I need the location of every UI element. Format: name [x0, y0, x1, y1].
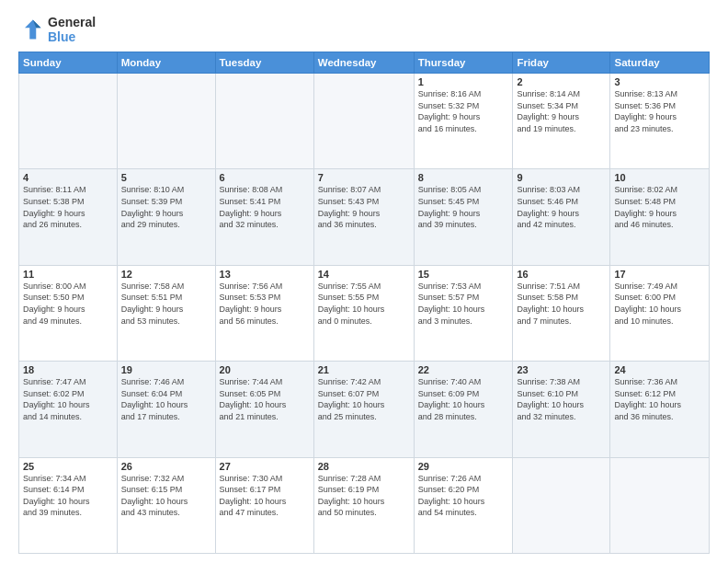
weekday-header-wednesday: Wednesday: [313, 52, 414, 74]
calendar-cell: 9Sunrise: 8:03 AM Sunset: 5:46 PM Daylig…: [513, 169, 610, 265]
calendar-cell: 14Sunrise: 7:55 AM Sunset: 5:55 PM Dayli…: [313, 265, 414, 361]
day-info: Sunrise: 7:34 AM Sunset: 6:14 PM Dayligh…: [23, 473, 113, 519]
day-info: Sunrise: 7:30 AM Sunset: 6:17 PM Dayligh…: [220, 473, 310, 519]
day-info: Sunrise: 7:42 AM Sunset: 6:07 PM Dayligh…: [318, 376, 410, 422]
calendar-cell: 15Sunrise: 7:53 AM Sunset: 5:57 PM Dayli…: [414, 265, 513, 361]
day-info: Sunrise: 7:47 AM Sunset: 6:02 PM Dayligh…: [23, 376, 113, 422]
calendar-cell: 16Sunrise: 7:51 AM Sunset: 5:58 PM Dayli…: [513, 265, 610, 361]
calendar-cell: 10Sunrise: 8:02 AM Sunset: 5:48 PM Dayli…: [610, 169, 710, 265]
logo: General Blue: [18, 15, 96, 44]
day-number: 7: [318, 172, 410, 183]
day-number: 23: [517, 364, 606, 375]
day-info: Sunrise: 8:11 AM Sunset: 5:38 PM Dayligh…: [23, 184, 113, 230]
calendar-cell: 3Sunrise: 8:13 AM Sunset: 5:36 PM Daylig…: [610, 74, 710, 169]
calendar-cell: 6Sunrise: 8:08 AM Sunset: 5:41 PM Daylig…: [215, 169, 313, 265]
day-info: Sunrise: 7:49 AM Sunset: 6:00 PM Dayligh…: [614, 281, 705, 327]
calendar-cell: 12Sunrise: 7:58 AM Sunset: 5:51 PM Dayli…: [117, 265, 215, 361]
day-info: Sunrise: 8:10 AM Sunset: 5:39 PM Dayligh…: [121, 184, 211, 230]
day-number: 5: [121, 172, 211, 183]
day-number: 18: [23, 364, 113, 375]
weekday-header-thursday: Thursday: [414, 52, 513, 74]
calendar-cell: 26Sunrise: 7:32 AM Sunset: 6:15 PM Dayli…: [117, 457, 215, 553]
day-number: 2: [517, 76, 606, 87]
calendar-cell: [215, 74, 313, 169]
calendar-cell: 20Sunrise: 7:44 AM Sunset: 6:05 PM Dayli…: [215, 362, 313, 457]
day-number: 9: [517, 172, 606, 183]
calendar-header-row: SundayMondayTuesdayWednesdayThursdayFrid…: [19, 52, 710, 74]
svg-marker-0: [25, 20, 41, 40]
calendar-cell: 28Sunrise: 7:28 AM Sunset: 6:19 PM Dayli…: [313, 457, 414, 553]
day-info: Sunrise: 7:38 AM Sunset: 6:10 PM Dayligh…: [517, 376, 606, 422]
day-number: 28: [318, 461, 410, 472]
day-number: 24: [614, 364, 705, 375]
calendar-cell: [513, 457, 610, 553]
day-info: Sunrise: 7:53 AM Sunset: 5:57 PM Dayligh…: [418, 281, 509, 327]
calendar-cell: [117, 74, 215, 169]
day-info: Sunrise: 7:51 AM Sunset: 5:58 PM Dayligh…: [517, 281, 606, 327]
calendar-cell: 29Sunrise: 7:26 AM Sunset: 6:20 PM Dayli…: [414, 457, 513, 553]
calendar-cell: 11Sunrise: 8:00 AM Sunset: 5:50 PM Dayli…: [19, 265, 118, 361]
calendar-table: SundayMondayTuesdayWednesdayThursdayFrid…: [18, 52, 710, 554]
weekday-header-monday: Monday: [117, 52, 215, 74]
day-number: 13: [220, 269, 310, 280]
day-number: 6: [220, 172, 310, 183]
day-number: 1: [418, 76, 509, 87]
calendar-cell: 13Sunrise: 7:56 AM Sunset: 5:53 PM Dayli…: [215, 265, 313, 361]
calendar-week-row: 11Sunrise: 8:00 AM Sunset: 5:50 PM Dayli…: [19, 265, 710, 361]
day-number: 26: [121, 461, 211, 472]
day-info: Sunrise: 7:28 AM Sunset: 6:19 PM Dayligh…: [318, 473, 410, 519]
day-number: 21: [318, 364, 410, 375]
day-info: Sunrise: 8:16 AM Sunset: 5:32 PM Dayligh…: [418, 88, 509, 134]
day-info: Sunrise: 7:55 AM Sunset: 5:55 PM Dayligh…: [318, 281, 410, 327]
calendar-cell: 2Sunrise: 8:14 AM Sunset: 5:34 PM Daylig…: [513, 74, 610, 169]
calendar-cell: 22Sunrise: 7:40 AM Sunset: 6:09 PM Dayli…: [414, 362, 513, 457]
day-info: Sunrise: 7:36 AM Sunset: 6:12 PM Dayligh…: [614, 376, 705, 422]
header: General Blue: [18, 15, 710, 44]
calendar-cell: 23Sunrise: 7:38 AM Sunset: 6:10 PM Dayli…: [513, 362, 610, 457]
day-number: 20: [220, 364, 310, 375]
calendar-cell: 21Sunrise: 7:42 AM Sunset: 6:07 PM Dayli…: [313, 362, 414, 457]
calendar-week-row: 1Sunrise: 8:16 AM Sunset: 5:32 PM Daylig…: [19, 74, 710, 169]
day-number: 11: [23, 269, 113, 280]
day-number: 22: [418, 364, 509, 375]
logo-text: General Blue: [48, 15, 96, 44]
logo-icon: [18, 17, 44, 42]
page: General Blue SundayMondayTuesdayWednesda…: [0, 0, 728, 563]
day-number: 15: [418, 269, 509, 280]
day-info: Sunrise: 7:46 AM Sunset: 6:04 PM Dayligh…: [121, 376, 211, 422]
calendar-week-row: 4Sunrise: 8:11 AM Sunset: 5:38 PM Daylig…: [19, 169, 710, 265]
day-number: 14: [318, 269, 410, 280]
weekday-header-friday: Friday: [513, 52, 610, 74]
weekday-header-tuesday: Tuesday: [215, 52, 313, 74]
day-number: 25: [23, 461, 113, 472]
day-number: 4: [23, 172, 113, 183]
calendar-cell: 25Sunrise: 7:34 AM Sunset: 6:14 PM Dayli…: [19, 457, 118, 553]
day-info: Sunrise: 7:26 AM Sunset: 6:20 PM Dayligh…: [418, 473, 509, 519]
day-number: 3: [614, 76, 705, 87]
weekday-header-saturday: Saturday: [610, 52, 710, 74]
day-number: 19: [121, 364, 211, 375]
calendar-cell: [19, 74, 118, 169]
calendar-cell: 4Sunrise: 8:11 AM Sunset: 5:38 PM Daylig…: [19, 169, 118, 265]
day-info: Sunrise: 8:07 AM Sunset: 5:43 PM Dayligh…: [318, 184, 410, 230]
day-info: Sunrise: 8:08 AM Sunset: 5:41 PM Dayligh…: [220, 184, 310, 230]
day-info: Sunrise: 7:58 AM Sunset: 5:51 PM Dayligh…: [121, 281, 211, 327]
day-info: Sunrise: 7:56 AM Sunset: 5:53 PM Dayligh…: [220, 281, 310, 327]
day-number: 10: [614, 172, 705, 183]
day-number: 16: [517, 269, 606, 280]
day-info: Sunrise: 8:02 AM Sunset: 5:48 PM Dayligh…: [614, 184, 705, 230]
day-info: Sunrise: 8:14 AM Sunset: 5:34 PM Dayligh…: [517, 88, 606, 134]
weekday-header-sunday: Sunday: [19, 52, 118, 74]
calendar-cell: 1Sunrise: 8:16 AM Sunset: 5:32 PM Daylig…: [414, 74, 513, 169]
day-info: Sunrise: 8:00 AM Sunset: 5:50 PM Dayligh…: [23, 281, 113, 327]
day-info: Sunrise: 7:40 AM Sunset: 6:09 PM Dayligh…: [418, 376, 509, 422]
day-info: Sunrise: 8:05 AM Sunset: 5:45 PM Dayligh…: [418, 184, 509, 230]
day-info: Sunrise: 7:44 AM Sunset: 6:05 PM Dayligh…: [220, 376, 310, 422]
calendar-cell: 17Sunrise: 7:49 AM Sunset: 6:00 PM Dayli…: [610, 265, 710, 361]
day-number: 29: [418, 461, 509, 472]
day-number: 12: [121, 269, 211, 280]
calendar-cell: 7Sunrise: 8:07 AM Sunset: 5:43 PM Daylig…: [313, 169, 414, 265]
calendar-week-row: 18Sunrise: 7:47 AM Sunset: 6:02 PM Dayli…: [19, 362, 710, 457]
calendar-cell: 8Sunrise: 8:05 AM Sunset: 5:45 PM Daylig…: [414, 169, 513, 265]
calendar-cell: 27Sunrise: 7:30 AM Sunset: 6:17 PM Dayli…: [215, 457, 313, 553]
